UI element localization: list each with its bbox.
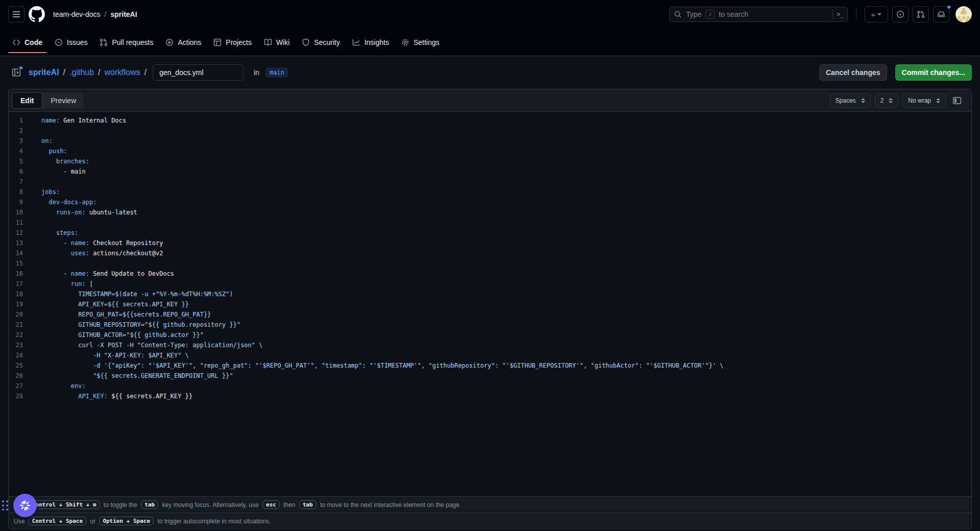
code-line[interactable]: 15 bbox=[9, 258, 971, 269]
code-line[interactable]: 18 TIMESTAMP=$(date -u +"%Y-%m-%dT%H:%M:… bbox=[9, 289, 971, 299]
org-link[interactable]: team-dev-docs bbox=[53, 10, 101, 18]
command-palette-icon[interactable]: >_ bbox=[837, 11, 843, 18]
line-text[interactable] bbox=[23, 177, 41, 187]
commit-changes-button[interactable]: Commit changes... bbox=[895, 64, 972, 81]
tab-settings[interactable]: Settings bbox=[397, 31, 444, 54]
kbd-tab: tab bbox=[299, 500, 316, 509]
line-text[interactable]: uses: actions/checkout@v2 bbox=[23, 248, 163, 258]
issues-button[interactable] bbox=[892, 6, 909, 22]
branch-badge[interactable]: main bbox=[265, 67, 288, 78]
code-line[interactable]: 19 API_KEY=${{ secrets.API_KEY }} bbox=[9, 299, 971, 309]
pull-requests-button[interactable] bbox=[913, 6, 929, 22]
user-avatar[interactable] bbox=[955, 6, 972, 22]
code-line[interactable]: 6 - main bbox=[9, 166, 971, 177]
table-icon bbox=[213, 38, 222, 46]
line-text[interactable]: steps: bbox=[23, 228, 78, 238]
select-chevrons-icon bbox=[861, 98, 865, 103]
code-line[interactable]: 11 bbox=[9, 218, 971, 228]
line-text[interactable]: -d '{"apiKey": "'$API_KEY'", "repo_gh_pa… bbox=[23, 360, 724, 371]
code-line[interactable]: 14 uses: actions/checkout@v2 bbox=[9, 248, 971, 258]
global-search-input[interactable]: Type / to search >_ bbox=[669, 7, 848, 22]
indent-mode-select[interactable]: Spaces bbox=[830, 93, 871, 108]
line-number: 16 bbox=[9, 269, 23, 279]
assistant-floating-button[interactable] bbox=[13, 494, 37, 517]
code-line[interactable]: 1name: Gen Internal Docs bbox=[9, 115, 971, 126]
line-text[interactable]: name: Gen Internal Docs bbox=[23, 115, 126, 126]
cancel-changes-button[interactable]: Cancel changes bbox=[819, 64, 887, 81]
side-panel-toggle-button[interactable] bbox=[950, 93, 964, 108]
filename-input[interactable] bbox=[153, 64, 243, 81]
kbd-control-space: Control + Space bbox=[29, 517, 86, 525]
line-number: 15 bbox=[9, 258, 23, 269]
code-editor[interactable]: 1name: Gen Internal Docs23on:4 push:5 br… bbox=[9, 112, 971, 496]
hamburger-menu-button[interactable] bbox=[8, 6, 24, 22]
code-line[interactable]: 12 steps: bbox=[9, 228, 971, 238]
expand-file-tree-button[interactable] bbox=[8, 64, 24, 81]
line-text[interactable]: GITHUB_ACTOR="${{ github.actor }}" bbox=[23, 330, 204, 340]
tab-preview[interactable]: Preview bbox=[42, 92, 84, 109]
code-line[interactable]: 25 -d '{"apiKey": "'$API_KEY'", "repo_gh… bbox=[9, 360, 971, 371]
line-text[interactable]: env: bbox=[23, 381, 86, 391]
line-text[interactable]: run: | bbox=[23, 279, 93, 289]
line-text[interactable]: - main bbox=[23, 166, 86, 177]
line-text[interactable]: push: bbox=[23, 146, 67, 156]
code-line[interactable]: 20 REPO_GH_PAT=${{secrets.REPO_GH_PAT}} bbox=[9, 309, 971, 320]
code-line[interactable]: 3on: bbox=[9, 136, 971, 146]
wrap-mode-select[interactable]: No wrap bbox=[902, 93, 946, 108]
tab-pull-requests[interactable]: Pull requests bbox=[95, 31, 157, 54]
line-text[interactable] bbox=[23, 258, 41, 269]
line-text[interactable]: API_KEY=${{ secrets.API_KEY }} bbox=[23, 299, 189, 309]
breadcrumb-dir-github[interactable]: .github bbox=[69, 68, 94, 77]
line-number: 26 bbox=[9, 371, 23, 381]
line-text[interactable]: "${{ secrets.GENERATE_ENDPOINT_URL }}" bbox=[23, 371, 233, 381]
line-text[interactable]: API_KEY: ${{ secrets.API_KEY }} bbox=[23, 391, 192, 401]
tab-actions[interactable]: Actions bbox=[161, 31, 205, 54]
indent-size-select[interactable]: 2 bbox=[875, 93, 899, 108]
code-line[interactable]: 4 push: bbox=[9, 146, 971, 156]
line-text[interactable]: branches: bbox=[23, 156, 89, 166]
code-line[interactable]: 10 runs-on: ubuntu-latest bbox=[9, 207, 971, 218]
tab-edit[interactable]: Edit bbox=[12, 92, 42, 109]
line-text[interactable]: - name: Send Update to DevDocs bbox=[23, 269, 174, 279]
line-text[interactable]: -H "X-API-KEY: $API_KEY" \ bbox=[23, 350, 189, 360]
line-text[interactable]: dev-docs-app: bbox=[23, 197, 96, 207]
line-text[interactable]: on: bbox=[23, 136, 53, 146]
tab-projects[interactable]: Projects bbox=[209, 31, 256, 54]
line-text[interactable]: - name: Checkout Repository bbox=[23, 238, 163, 248]
repo-link[interactable]: spriteAI bbox=[110, 10, 137, 18]
breadcrumb-dir-workflows[interactable]: workflows bbox=[105, 68, 140, 77]
code-line[interactable]: 16 - name: Send Update to DevDocs bbox=[9, 269, 971, 279]
code-line[interactable]: 21 GITHUB_REPOSITORY="${{ github.reposit… bbox=[9, 320, 971, 330]
code-line[interactable]: 7 bbox=[9, 177, 971, 187]
code-line[interactable]: 28 API_KEY: ${{ secrets.API_KEY }} bbox=[9, 391, 971, 401]
code-line[interactable]: 24 -H "X-API-KEY: $API_KEY" \ bbox=[9, 350, 971, 360]
code-line[interactable]: 9 dev-docs-app: bbox=[9, 197, 971, 207]
code-line[interactable]: 17 run: | bbox=[9, 279, 971, 289]
code-line[interactable]: 5 branches: bbox=[9, 156, 971, 166]
line-text[interactable]: curl -X POST -H "Content-Type: applicati… bbox=[23, 340, 262, 350]
code-line[interactable]: 26 "${{ secrets.GENERATE_ENDPOINT_URL }}… bbox=[9, 371, 971, 381]
code-line[interactable]: 22 GITHUB_ACTOR="${{ github.actor }}" bbox=[9, 330, 971, 340]
tab-insights[interactable]: Insights bbox=[348, 31, 393, 54]
code-line[interactable]: 23 curl -X POST -H "Content-Type: applic… bbox=[9, 340, 971, 350]
tab-wiki[interactable]: Wiki bbox=[260, 31, 293, 54]
line-text[interactable]: REPO_GH_PAT=${{secrets.REPO_GH_PAT}} bbox=[23, 309, 211, 320]
widget-drag-handle[interactable] bbox=[2, 500, 8, 511]
line-text[interactable]: TIMESTAMP=$(date -u +"%Y-%m-%dT%H:%M:%SZ… bbox=[23, 289, 233, 299]
code-line[interactable]: 8jobs: bbox=[9, 187, 971, 197]
breadcrumb-repo-link[interactable]: spriteAI bbox=[29, 68, 59, 77]
github-logo[interactable] bbox=[29, 6, 45, 22]
line-text[interactable]: jobs: bbox=[23, 187, 60, 197]
tab-security[interactable]: Security bbox=[298, 31, 344, 54]
code-line[interactable]: 27 env: bbox=[9, 381, 971, 391]
line-text[interactable] bbox=[23, 126, 41, 136]
tab-issues[interactable]: Issues bbox=[51, 31, 91, 54]
line-text[interactable] bbox=[23, 218, 41, 228]
code-line[interactable]: 2 bbox=[9, 126, 971, 136]
editor-toolbar: Edit Preview Spaces 2 No wrap bbox=[9, 89, 971, 112]
line-text[interactable]: GITHUB_REPOSITORY="${{ github.repository… bbox=[23, 320, 240, 330]
code-line[interactable]: 13 - name: Checkout Repository bbox=[9, 238, 971, 248]
create-new-button[interactable]: + bbox=[865, 6, 888, 22]
tab-code[interactable]: Code bbox=[8, 31, 46, 54]
line-text[interactable]: runs-on: ubuntu-latest bbox=[23, 207, 137, 218]
